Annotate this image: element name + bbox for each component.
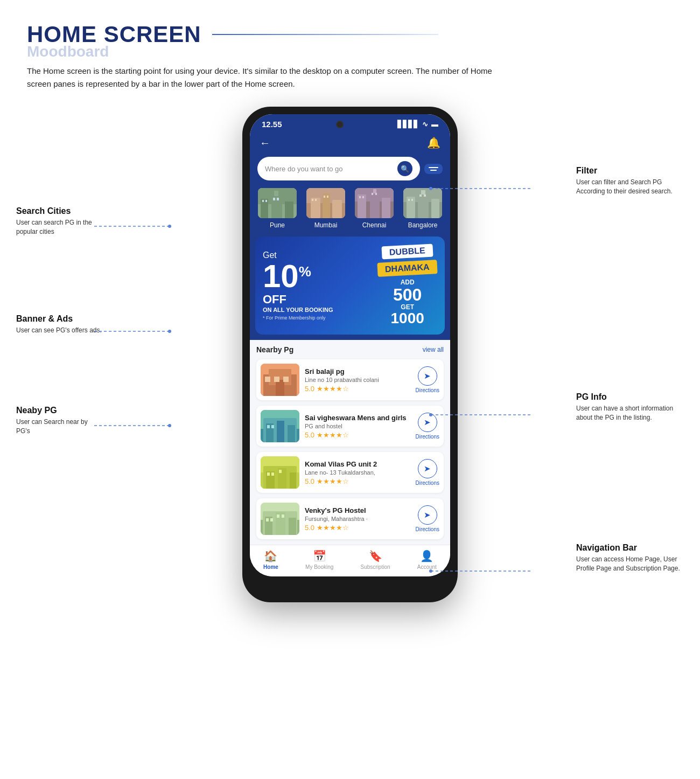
add-amount: 500 (391, 286, 424, 303)
city-label-mumbai: Mumbai (314, 221, 338, 229)
banner-left: Get 10 % OFF ON All YOUR BOOKING * For P… (263, 251, 333, 321)
pg-item-2[interactable]: Sai vigheswara Mens and girls PG and hos… (256, 406, 444, 447)
svg-rect-31 (407, 197, 415, 218)
svg-rect-33 (431, 199, 439, 218)
annotation-banner-ads: Banner & Ads User can see PG's offers ad… (16, 314, 102, 335)
pg-info-3: Komal Vilas PG unit 2 Lane no- 13 Tukald… (305, 460, 410, 485)
svg-rect-9 (277, 198, 279, 200)
svg-rect-51 (288, 425, 295, 442)
search-input-box[interactable]: Where do you want to go 🔍 (257, 157, 420, 180)
pg-rating-3: 5.0 ★★★★☆ (305, 477, 410, 485)
banner-ad: Get 10 % OFF ON All YOUR BOOKING * For P… (255, 237, 445, 335)
pg-name-1: Sri balaji pg (305, 367, 410, 375)
annotation-nav-bar-text: User can access Home Page, User Profile … (576, 555, 684, 573)
filter-line-2 (430, 170, 437, 171)
pg-item-3[interactable]: Komal Vilas PG unit 2 Lane no- 13 Tukald… (256, 452, 444, 493)
directions-button-3[interactable]: ➤ Directions (416, 459, 439, 486)
search-placeholder: Where do you want to go (265, 165, 393, 173)
back-button[interactable]: ← (260, 137, 270, 149)
svg-rect-45 (283, 377, 289, 382)
svg-rect-44 (274, 377, 279, 382)
bell-icon[interactable]: 🔔 (427, 136, 440, 149)
svg-rect-42 (276, 380, 284, 396)
cities-section: Pune (250, 188, 450, 237)
banner-right: DUBBLE DHAMAKA ADD 500 GET 1000 (377, 245, 437, 326)
svg-rect-60 (267, 472, 270, 476)
phone-mockup: 12.55 ▋▋▋▋ ∿ ▬ ← 🔔 Where do you (242, 107, 458, 602)
svg-rect-70 (270, 518, 273, 521)
banner-prime-text: * For Prime Membership only (263, 315, 333, 321)
status-time: 12.55 (262, 120, 282, 129)
nearby-title: Nearby Pg (256, 345, 293, 354)
annotation-pg-info: PG Info User can have a short informatio… (576, 392, 684, 422)
annotation-nearby-pg-text: User can Search near by PG's (16, 418, 102, 436)
nav-item-account[interactable]: 👤 Account (417, 550, 437, 570)
directions-button-4[interactable]: ➤ Directions (416, 505, 439, 532)
svg-rect-50 (277, 421, 284, 442)
city-image-mumbai (306, 188, 345, 218)
nav-label-home: Home (263, 564, 278, 570)
phone-inner: 12.55 ▋▋▋▋ ∿ ▬ ← 🔔 Where do you (250, 114, 450, 576)
pg-info-1: Sri balaji pg Line no 10 prabavathi cola… (305, 367, 410, 393)
svg-rect-34 (421, 190, 425, 194)
svg-rect-5 (274, 191, 278, 196)
city-item-bangalore[interactable]: Bangalore (403, 188, 442, 229)
booking-icon: 📅 (313, 550, 326, 562)
banner-percent-num: 10 (263, 260, 299, 293)
annotation-banner-ads-text: User can see PG's offers ads. (16, 326, 102, 335)
add-badge: ADD 500 GET 1000 (391, 279, 424, 326)
app-nav-bar: ← 🔔 (250, 132, 450, 155)
pg-item-4[interactable]: Venky's PG Hostel Fursungi, Maharashtra … (256, 498, 444, 539)
nearby-header: Nearby Pg view all (256, 345, 444, 354)
phone-outer: 12.55 ▋▋▋▋ ∿ ▬ ← 🔔 Where do you (242, 107, 458, 602)
status-icons: ▋▋▋▋ ∿ ▬ (397, 120, 438, 128)
view-all-button[interactable]: view all (423, 346, 444, 353)
pg-info-4: Venky's PG Hostel Fursungi, Maharashtra … (305, 506, 410, 532)
search-icon[interactable]: 🔍 (397, 161, 412, 176)
directions-button-1[interactable]: ➤ Directions (416, 366, 439, 393)
city-item-pune[interactable]: Pune (258, 188, 297, 229)
directions-button-2[interactable]: ➤ Directions (416, 413, 439, 440)
svg-rect-27 (372, 193, 373, 195)
nav-item-booking[interactable]: 📅 My Booking (305, 550, 333, 570)
subscription-icon: 🔖 (369, 550, 382, 562)
home-icon: 🏠 (264, 550, 277, 562)
annotation-search-cities-text: User can search PG in the popular cities (16, 218, 102, 237)
pg-image-2 (261, 410, 299, 442)
svg-rect-8 (273, 198, 275, 200)
svg-rect-62 (279, 470, 282, 473)
filter-button[interactable] (424, 164, 443, 174)
nav-item-home[interactable]: 🏠 Home (263, 550, 278, 570)
pg-item-1[interactable]: Sri balaji pg Line no 10 prabavathi cola… (256, 359, 444, 400)
annotation-search-cities-title: Search Cities (16, 206, 102, 216)
nav-item-subscription[interactable]: 🔖 Subscription (361, 550, 390, 570)
svg-rect-53 (271, 425, 274, 428)
svg-rect-25 (359, 196, 361, 198)
wifi-icon: ∿ (422, 120, 428, 128)
page-description: The Home screen is the starting point fo… (27, 65, 512, 91)
svg-rect-16 (315, 199, 317, 201)
city-item-chennai[interactable]: Chennai (355, 188, 394, 229)
camera-notch (336, 121, 344, 128)
annotation-filter-title: Filter (576, 166, 684, 176)
banner-percent: 10 % (263, 260, 333, 293)
search-area: Where do you want to go 🔍 (250, 155, 450, 188)
city-label-chennai: Chennai (362, 221, 387, 229)
get-amount: 1000 (391, 311, 424, 326)
directions-label-2: Directions (416, 434, 439, 440)
city-item-mumbai[interactable]: Mumbai (306, 188, 345, 229)
directions-icon-2: ➤ (418, 413, 437, 432)
pg-addr-2: PG and hostel (305, 423, 410, 429)
pg-image-1 (261, 364, 299, 396)
banner-section: Get 10 % OFF ON All YOUR BOOKING * For P… (250, 237, 450, 340)
svg-rect-35 (408, 199, 410, 201)
annotation-pg-info-text: User can have a short information about … (576, 404, 684, 422)
svg-rect-6 (262, 200, 264, 202)
pg-addr-1: Line no 10 prabavathi colani (305, 377, 410, 383)
directions-label-1: Directions (416, 387, 439, 393)
svg-rect-18 (327, 196, 328, 198)
dhamaka-badge: DHAMAKA (377, 260, 438, 277)
annotation-filter: Filter User can filter and Search PG Acc… (576, 166, 684, 196)
svg-rect-52 (267, 425, 270, 428)
annotation-nav-bar: Navigation Bar User can access Home Page… (576, 543, 684, 573)
